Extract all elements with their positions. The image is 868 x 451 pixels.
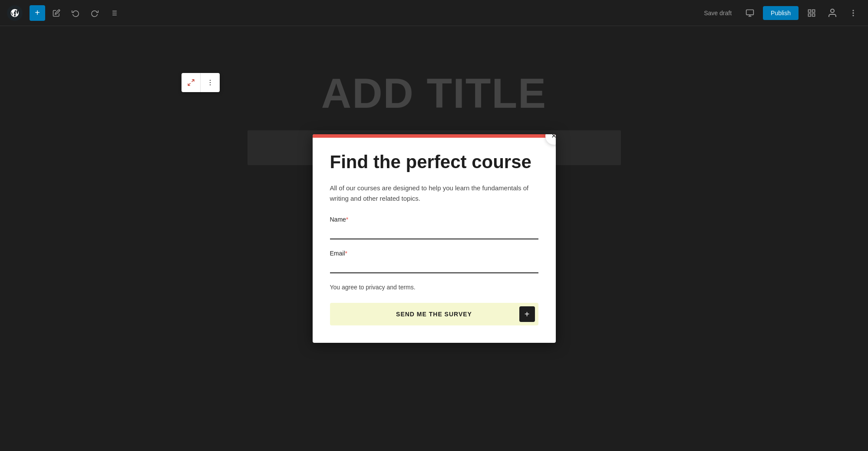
submit-plus-button[interactable]: + <box>519 306 535 322</box>
toolbar-left: + <box>7 5 699 21</box>
modal-top-bar <box>313 134 556 138</box>
svg-point-15 <box>853 13 854 13</box>
wordpress-logo[interactable] <box>7 5 23 21</box>
more-menu-button[interactable] <box>845 5 861 21</box>
svg-rect-10 <box>812 10 815 12</box>
edit-button[interactable] <box>49 5 64 21</box>
list-view-button[interactable] <box>106 5 122 21</box>
submit-button[interactable]: SEND ME THE SURVEY <box>330 303 538 325</box>
modal-content: Find the perfect course All of our cours… <box>313 138 556 343</box>
modal: × Find the perfect course All of our cou… <box>313 134 556 343</box>
toolbar-right: Save draft Publish <box>699 5 861 21</box>
settings-button[interactable] <box>804 5 819 21</box>
svg-point-13 <box>831 9 834 13</box>
email-label: Email* <box>330 250 538 257</box>
email-input[interactable] <box>330 259 538 273</box>
user-avatar-button[interactable] <box>825 5 840 21</box>
redo-button[interactable] <box>87 5 102 21</box>
toolbar: + <box>0 0 868 26</box>
modal-heading: Find the perfect course <box>330 152 538 172</box>
publish-button[interactable]: Publish <box>763 6 799 20</box>
svg-rect-6 <box>746 10 754 15</box>
svg-point-16 <box>853 15 854 16</box>
svg-rect-9 <box>809 10 811 12</box>
add-block-button[interactable]: + <box>30 5 45 21</box>
name-input[interactable] <box>330 226 538 239</box>
privacy-text: You agree to privacy and terms. <box>330 284 538 291</box>
svg-rect-12 <box>809 13 811 16</box>
name-label: Name* <box>330 216 538 223</box>
svg-point-14 <box>853 10 854 11</box>
svg-rect-11 <box>812 13 815 16</box>
preview-button[interactable] <box>742 5 758 21</box>
submit-container: SEND ME THE SURVEY + <box>330 303 538 325</box>
modal-description: All of our courses are designed to help … <box>330 183 538 204</box>
modal-overlay: × Find the perfect course All of our cou… <box>0 26 868 451</box>
save-draft-button[interactable]: Save draft <box>699 7 737 19</box>
undo-button[interactable] <box>68 5 83 21</box>
